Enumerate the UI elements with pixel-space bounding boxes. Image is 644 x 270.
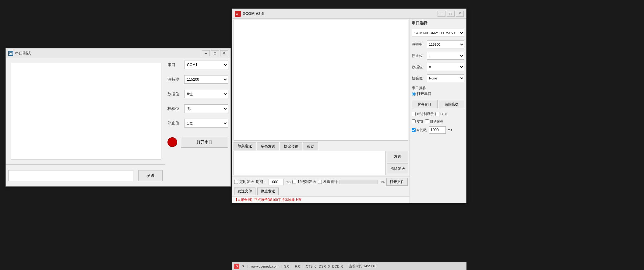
status-divider1: | [247,265,248,268]
serial-open-port-btn[interactable]: 打开串口 [181,137,228,148]
serial-test-minimize-btn[interactable]: ─ [202,50,210,56]
serial-data-bits-label: 数据位 [167,91,184,97]
xcom-baud-select[interactable]: 115200 9600 [427,40,464,48]
serial-test-left: 发送 [6,58,165,186]
xcom-send-buttons: 发送 清除发送 [387,151,408,175]
serial-test-icon [8,51,13,56]
xcom-parity-select[interactable]: None Odd Even [427,74,464,82]
stop-send-btn[interactable]: 停止发送 [257,188,279,195]
timer-send-checkbox[interactable] [234,180,238,184]
timestamp-checkbox[interactable] [412,128,416,132]
serial-stop-bits-row: 停止位 1位 1.5位 2位 [167,119,228,128]
serial-test-close-btn[interactable]: ✕ [220,50,228,56]
timestamp-text: 时间戳 [417,128,427,132]
xcom-options-row1: 16进制显示 DTK [412,112,464,116]
xcom-data-bits-select[interactable]: 8 7 [427,63,464,71]
xcom-window-controls: ─ □ ✕ [438,11,464,17]
hex-display-checkbox[interactable] [412,112,416,116]
xcom-send-input[interactable] [234,151,386,175]
xcom-clear-receive-btn[interactable]: 清除接收 [439,100,465,108]
open-port-radio-text: 打开串口 [417,91,431,96]
xcom-maximize-btn[interactable]: □ [447,11,455,17]
send-file-btn[interactable]: 发送文件 [234,188,255,195]
xcom-data-bits-label: 数据位 [412,65,427,70]
status-dropdown-arrow: ▼ [242,265,245,268]
xcom-save-window-btn[interactable]: 保存窗口 [412,100,438,108]
open-port-radio-label[interactable]: 打开串口 [412,91,464,96]
serial-data-bits-row: 数据位 5位 6位 7位 8位 [167,90,228,98]
xcom-options-row2: RTS 自动保存 [412,119,464,124]
serial-test-title: 串口测试 [15,51,31,56]
rts-label[interactable]: RTS [412,119,423,123]
serial-parity-row: 校验位 无 奇校验 偶校验 [167,104,228,113]
serial-test-maximize-btn[interactable]: □ [211,50,219,56]
dtk-text: DTK [440,112,447,116]
auto-save-checkbox[interactable] [425,119,429,123]
xcom-title-left: A XCOM V2.6 [235,11,264,17]
tab-multi-send[interactable]: 多条发送 [257,142,279,150]
serial-send-input[interactable] [8,170,133,181]
xcom-section-title: 串口选择 [412,20,464,26]
serial-parity-label: 校验位 [167,106,184,111]
serial-baud-select[interactable]: 9600 115200 [184,75,228,84]
status-divider4: | [303,265,304,268]
serial-output-area [11,63,161,160]
tab-single-send[interactable]: 单条发送 [234,142,256,150]
timer-send-label[interactable]: 定时发送 [234,179,254,184]
xcom-title: XCOM V2.6 [243,11,264,16]
xcom-send-btn[interactable]: 发送 [387,151,408,162]
status-website: www.openedv.com [251,265,279,268]
serial-stop-bits-select[interactable]: 1位 1.5位 2位 [184,119,228,128]
period-value-input[interactable]: 1000 [269,179,284,185]
open-port-radio[interactable] [412,92,416,96]
xcom-timestamp-row: 时间戳 ms [412,126,464,134]
new-line-checkbox[interactable] [318,180,322,184]
xcom-parity-row: 校验位 None Odd Even [412,74,464,82]
settings-gear-icon[interactable]: ⚙ [234,264,239,269]
tab-protocol[interactable]: 协议传输 [280,142,302,150]
xcom-right-panel: 串口选择 COM1->COM2: ELTIMA Vir 波特率 115200 9… [410,19,466,203]
new-line-label[interactable]: 发送新行 [318,179,338,184]
timestamp-value-input[interactable] [429,126,446,134]
serial-baud-label: 波特率 [167,77,184,82]
hex-send-label[interactable]: 16进制发送 [292,179,316,184]
xcom-body: 单条发送 多条发送 协议传输 帮助 发送 清除发送 定时发送 周期： [232,19,466,203]
hex-display-label[interactable]: 16进制显示 [412,112,434,116]
promo-link[interactable]: 【火爆全网】正点原子DS100手持示波器上市 [234,198,301,202]
xcom-port-select[interactable]: COM1->COM2: ELTIMA Vir [412,29,464,37]
serial-bottom-send: 发送 [6,164,165,186]
xcom-icon: A [235,11,241,17]
serial-data-bits-select[interactable]: 5位 6位 7位 8位 [184,90,228,98]
timestamp-unit: ms [448,128,452,132]
dtk-checkbox[interactable] [435,112,439,116]
status-cts: CTS=0 [306,265,317,268]
serial-parity-select[interactable]: 无 奇校验 偶校验 [184,104,228,113]
xcom-clear-send-btn[interactable]: 清除发送 [387,163,408,174]
serial-status-indicator [167,137,177,147]
serial-test-body: 发送 串口 COM1 COM2 COM3 波特率 9600 115200 [6,58,231,186]
xcom-close-btn[interactable]: ✕ [456,11,464,17]
status-r: R:0 [295,265,300,268]
xcom-stop-bits-select[interactable]: 1 2 [427,52,464,60]
xcom-tabs: 单条发送 多条发送 协议传输 帮助 [232,141,410,150]
status-divider3: | [292,265,293,268]
serial-port-select[interactable]: COM1 COM2 COM3 [184,61,228,69]
xcom-minimize-btn[interactable]: ─ [438,11,445,17]
timestamp-label[interactable]: 时间戳 [412,128,427,132]
rts-text: RTS [417,120,423,123]
period-label: 周期： [256,179,267,184]
progress-bar [340,180,378,184]
status-s: S:0 [284,265,289,268]
auto-save-label[interactable]: 自动保存 [425,119,443,124]
hex-send-checkbox[interactable] [292,180,296,184]
svg-text:A: A [236,12,238,16]
serial-test-title-left: 串口测试 [8,51,31,56]
xcom-titlebar: A XCOM V2.6 ─ □ ✕ [232,9,466,19]
rts-checkbox[interactable] [412,119,416,123]
xcom-window: A XCOM V2.6 ─ □ ✕ 单条发送 多条发送 协议传输 帮助 [232,9,466,203]
serial-port-row: 串口 COM1 COM2 COM3 [167,61,228,69]
serial-send-btn[interactable]: 发送 [138,170,163,181]
dtk-label[interactable]: DTK [435,112,447,116]
open-file-btn[interactable]: 打开文件 [386,178,408,186]
tab-help[interactable]: 帮助 [303,142,318,150]
